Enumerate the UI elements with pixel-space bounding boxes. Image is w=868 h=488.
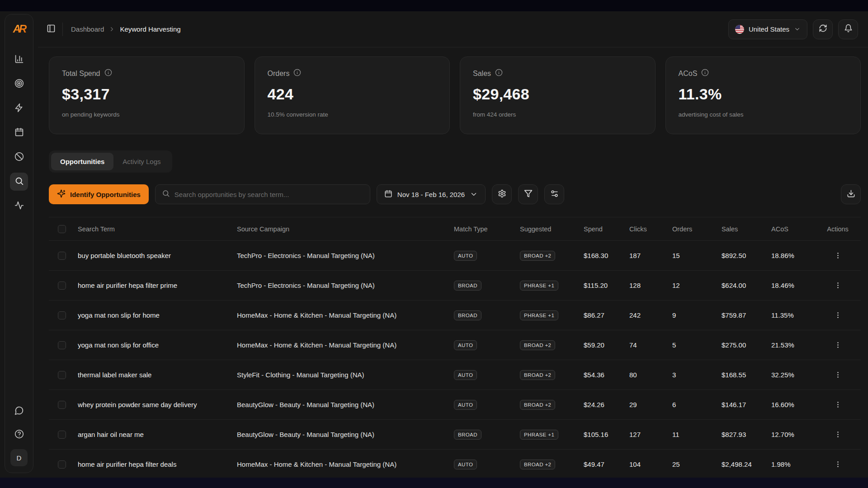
match-type-badge: AUTO <box>454 251 477 261</box>
sidebar-item-targeting[interactable] <box>10 75 28 93</box>
settings-button[interactable] <box>492 184 512 204</box>
orders-cell: 12 <box>672 282 722 289</box>
col-search-term[interactable]: Search Term <box>78 225 237 233</box>
breadcrumb-dashboard[interactable]: Dashboard <box>71 25 104 33</box>
acos-cell: 1.98% <box>771 460 815 468</box>
sidebar-item-keyword-harvesting[interactable] <box>10 173 28 191</box>
match-type-badge: BROAD <box>454 310 481 320</box>
table-row[interactable]: yoga mat non slip for home HomeMax - Hom… <box>49 300 861 330</box>
tab-activity-logs[interactable]: Activity Logs <box>113 153 170 170</box>
col-acos[interactable]: ACoS <box>771 225 815 233</box>
stat-card-acos: ACoS 11.3% advertising cost of sales <box>665 56 861 134</box>
search-input[interactable] <box>175 191 363 198</box>
tab-opportunities[interactable]: Opportunities <box>51 153 113 170</box>
row-actions-menu-button[interactable] <box>834 252 842 259</box>
orders-cell: 3 <box>672 371 722 379</box>
row-checkbox[interactable] <box>58 311 66 319</box>
suggested-cell: PHRASE +1 <box>520 281 584 291</box>
col-match-type[interactable]: Match Type <box>454 225 520 233</box>
search-term-cell: yoga mat non slip for office <box>78 341 237 349</box>
row-actions-menu-button[interactable] <box>834 341 842 349</box>
chevron-down-icon <box>470 190 478 198</box>
col-orders[interactable]: Orders <box>672 225 722 233</box>
main-content: Total Spend $3,317 on pending keywords O… <box>38 47 868 478</box>
row-actions-menu-button[interactable] <box>834 431 842 438</box>
stat-label: ACoS <box>679 70 698 78</box>
search-box <box>155 184 370 204</box>
orders-cell: 11 <box>672 431 722 438</box>
row-actions-menu-button[interactable] <box>834 460 842 468</box>
row-checkbox[interactable] <box>58 282 66 290</box>
row-checkbox[interactable] <box>58 401 66 409</box>
row-actions-menu-button[interactable] <box>834 371 842 379</box>
col-source-campaign[interactable]: Source Campaign <box>237 225 454 233</box>
table-row[interactable]: home air purifier hepa filter deals Home… <box>49 450 861 478</box>
match-type-cell: AUTO <box>454 370 520 380</box>
country-selector[interactable]: United States <box>728 19 807 39</box>
select-all-checkbox[interactable] <box>58 225 66 233</box>
acos-cell: 21.53% <box>771 341 815 349</box>
topbar: Dashboard Keyword Harvesting United Stat… <box>38 11 868 47</box>
sidebar-item-automation[interactable] <box>10 99 28 117</box>
refresh-icon <box>819 24 827 34</box>
source-campaign-cell: HomeMax - Home & Kitchen - Manual Target… <box>237 311 454 319</box>
sidebar-item-negatives[interactable] <box>10 148 28 166</box>
date-range-label: Nov 18 - Feb 16, 2026 <box>397 191 465 198</box>
lightning-icon <box>14 103 24 114</box>
suggested-cell: PHRASE +1 <box>520 430 584 440</box>
col-suggested[interactable]: Suggested <box>520 225 584 233</box>
date-range-picker[interactable]: Nov 18 - Feb 16, 2026 <box>377 184 486 204</box>
page-title: Keyword Harvesting <box>120 25 180 33</box>
row-checkbox[interactable] <box>58 431 66 439</box>
column-settings-button[interactable] <box>544 184 564 204</box>
sidebar-item-help[interactable] <box>10 426 28 444</box>
info-icon[interactable] <box>293 69 301 78</box>
row-actions-menu-button[interactable] <box>834 401 842 408</box>
stat-card-orders: Orders 424 10.5% conversion rate <box>255 56 450 134</box>
notifications-button[interactable] <box>838 19 858 39</box>
col-clicks[interactable]: Clicks <box>629 225 672 233</box>
table-row[interactable]: thermal label maker sale StyleFit - Clot… <box>49 360 861 390</box>
suggested-cell: PHRASE +1 <box>520 310 584 320</box>
row-checkbox[interactable] <box>58 460 66 469</box>
col-spend[interactable]: Spend <box>584 225 629 233</box>
identify-opportunities-button[interactable]: Identify Opportunities <box>49 184 149 204</box>
user-avatar[interactable]: D <box>10 449 28 466</box>
search-term-cell: argan hair oil near me <box>78 431 237 438</box>
table-row[interactable]: buy portable bluetooth speaker TechPro -… <box>49 241 861 271</box>
info-icon[interactable] <box>104 69 112 78</box>
source-campaign-cell: HomeMax - Home & Kitchen - Manual Target… <box>237 460 454 468</box>
filter-button[interactable] <box>518 184 538 204</box>
row-actions-menu-button[interactable] <box>834 311 842 319</box>
table-row[interactable]: yoga mat non slip for office HomeMax - H… <box>49 330 861 360</box>
orders-cell: 15 <box>672 252 722 259</box>
info-icon[interactable] <box>701 69 709 78</box>
sidebar-item-chat[interactable] <box>10 402 28 420</box>
match-type-badge: AUTO <box>454 370 477 380</box>
sidebar-item-activity[interactable] <box>10 197 28 215</box>
sales-cell: $146.17 <box>722 401 771 408</box>
sidebar-toggle-button[interactable] <box>43 22 59 37</box>
table-row[interactable]: whey protein powder same day delivery Be… <box>49 390 861 420</box>
suggested-badge: BROAD +2 <box>520 400 555 410</box>
topbar-actions: United States <box>728 19 858 39</box>
table-body: buy portable bluetooth speaker TechPro -… <box>49 241 861 478</box>
spend-cell: $86.27 <box>584 311 629 319</box>
table-row[interactable]: home air purifier hepa filter prime Tech… <box>49 271 861 300</box>
stat-subtitle: from 424 orders <box>473 111 642 118</box>
brand-logo[interactable]: AR <box>10 20 28 38</box>
export-button[interactable] <box>841 184 861 204</box>
refresh-button[interactable] <box>813 19 833 39</box>
sidebar-item-analytics[interactable] <box>10 51 28 69</box>
sidebar-item-schedule[interactable] <box>10 124 28 142</box>
window-frame-bottom <box>0 478 868 488</box>
row-checkbox[interactable] <box>58 341 66 349</box>
row-checkbox[interactable] <box>58 252 66 260</box>
row-checkbox[interactable] <box>58 371 66 379</box>
col-sales[interactable]: Sales <box>722 225 771 233</box>
info-icon[interactable] <box>495 69 503 78</box>
orders-cell: 6 <box>672 401 722 408</box>
table-row[interactable]: argan hair oil near me BeautyGlow - Beau… <box>49 420 861 450</box>
stat-label: Orders <box>268 70 290 78</box>
row-actions-menu-button[interactable] <box>834 282 842 289</box>
